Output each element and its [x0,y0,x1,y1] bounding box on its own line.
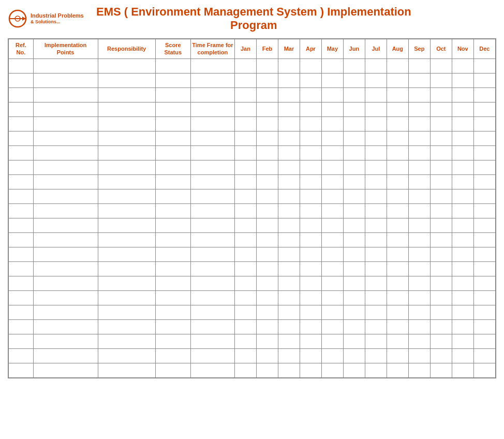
table-cell[interactable] [190,58,234,73]
table-cell[interactable] [408,160,430,174]
table-cell[interactable] [33,276,98,290]
table-cell[interactable] [473,261,495,276]
table-cell[interactable] [452,203,473,218]
table-cell[interactable] [98,276,155,290]
table-cell[interactable] [234,276,256,290]
table-cell[interactable] [430,363,452,377]
table-cell[interactable] [408,319,430,334]
table-cell[interactable] [430,261,452,276]
table-cell[interactable] [387,203,408,218]
table-cell[interactable] [300,261,321,276]
table-cell[interactable] [98,145,155,160]
table-cell[interactable] [473,290,495,305]
table-cell[interactable] [278,261,300,276]
table-cell[interactable] [343,232,365,247]
table-cell[interactable] [430,232,452,247]
table-cell[interactable] [321,218,343,232]
table-cell[interactable] [387,290,408,305]
table-cell[interactable] [33,348,98,363]
table-cell[interactable] [278,348,300,363]
table-cell[interactable] [155,319,190,334]
table-cell[interactable] [278,145,300,160]
table-cell[interactable] [408,174,430,189]
table-cell[interactable] [365,334,387,348]
table-cell[interactable] [452,334,473,348]
table-cell[interactable] [408,334,430,348]
table-cell[interactable] [452,73,473,87]
table-cell[interactable] [278,247,300,261]
table-cell[interactable] [98,363,155,377]
table-cell[interactable] [452,305,473,319]
table-cell[interactable] [387,218,408,232]
table-row[interactable] [9,276,496,290]
table-cell[interactable] [190,319,234,334]
table-cell[interactable] [278,87,300,102]
table-cell[interactable] [365,276,387,290]
table-cell[interactable] [190,363,234,377]
table-cell[interactable] [452,290,473,305]
table-cell[interactable] [155,305,190,319]
table-cell[interactable] [234,305,256,319]
table-cell[interactable] [387,58,408,73]
table-cell[interactable] [278,58,300,73]
table-cell[interactable] [9,363,34,377]
table-cell[interactable] [300,290,321,305]
table-cell[interactable] [256,305,278,319]
table-cell[interactable] [343,305,365,319]
table-cell[interactable] [190,261,234,276]
table-cell[interactable] [452,232,473,247]
table-cell[interactable] [98,290,155,305]
table-cell[interactable] [9,203,34,218]
table-cell[interactable] [98,232,155,247]
table-cell[interactable] [234,319,256,334]
table-cell[interactable] [343,261,365,276]
table-cell[interactable] [408,58,430,73]
table-cell[interactable] [365,305,387,319]
table-cell[interactable] [452,261,473,276]
table-cell[interactable] [321,102,343,116]
table-cell[interactable] [430,160,452,174]
table-cell[interactable] [300,334,321,348]
table-cell[interactable] [9,145,34,160]
table-row[interactable] [9,116,496,131]
table-cell[interactable] [387,189,408,203]
table-row[interactable] [9,160,496,174]
table-cell[interactable] [256,348,278,363]
table-cell[interactable] [452,363,473,377]
table-cell[interactable] [256,218,278,232]
table-cell[interactable] [33,87,98,102]
table-cell[interactable] [190,160,234,174]
table-cell[interactable] [408,218,430,232]
table-cell[interactable] [430,348,452,363]
table-cell[interactable] [343,116,365,131]
table-cell[interactable] [190,290,234,305]
table-cell[interactable] [321,189,343,203]
table-cell[interactable] [9,290,34,305]
table-cell[interactable] [256,131,278,145]
table-cell[interactable] [256,58,278,73]
table-cell[interactable] [473,145,495,160]
table-cell[interactable] [343,174,365,189]
table-cell[interactable] [9,116,34,131]
table-cell[interactable] [190,276,234,290]
table-cell[interactable] [278,290,300,305]
table-cell[interactable] [33,203,98,218]
table-cell[interactable] [234,160,256,174]
table-cell[interactable] [408,363,430,377]
table-cell[interactable] [98,102,155,116]
table-cell[interactable] [98,174,155,189]
table-cell[interactable] [33,363,98,377]
table-cell[interactable] [321,334,343,348]
table-cell[interactable] [256,145,278,160]
table-cell[interactable] [98,348,155,363]
table-cell[interactable] [278,203,300,218]
table-cell[interactable] [430,203,452,218]
table-cell[interactable] [190,174,234,189]
table-cell[interactable] [430,290,452,305]
table-cell[interactable] [300,160,321,174]
table-cell[interactable] [365,160,387,174]
table-cell[interactable] [9,305,34,319]
table-cell[interactable] [234,189,256,203]
table-cell[interactable] [452,160,473,174]
table-cell[interactable] [408,247,430,261]
